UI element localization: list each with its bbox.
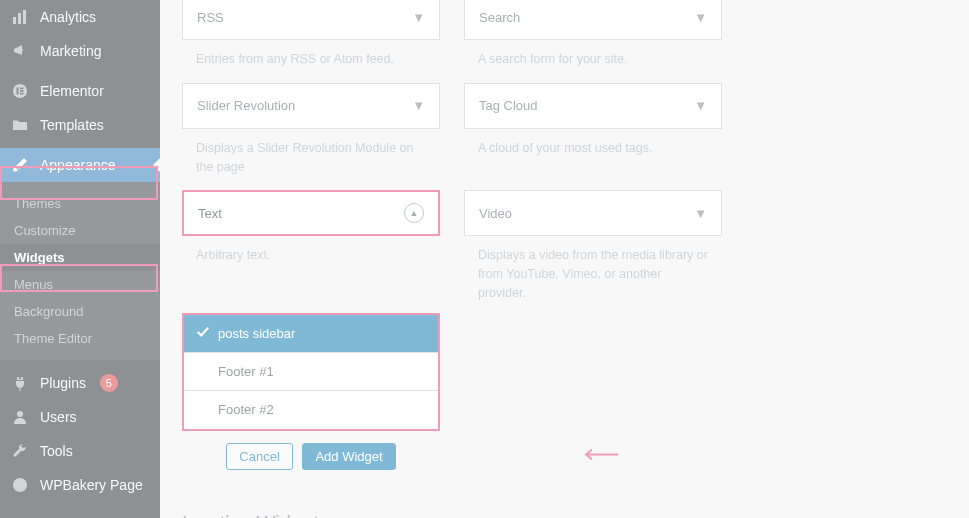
nav-label: Tools bbox=[40, 443, 73, 459]
widget-title: Text bbox=[198, 206, 222, 221]
area-label: Footer #2 bbox=[218, 402, 274, 417]
chevron-down-icon: ▼ bbox=[694, 98, 707, 113]
nav-label: Marketing bbox=[40, 43, 101, 59]
nav-label: Analytics bbox=[40, 9, 96, 25]
svg-rect-7 bbox=[20, 93, 24, 95]
nav-tools[interactable]: Tools bbox=[0, 434, 160, 468]
check-icon bbox=[196, 325, 210, 342]
user-icon bbox=[10, 409, 30, 425]
svg-rect-5 bbox=[20, 88, 24, 90]
svg-rect-0 bbox=[13, 17, 16, 24]
widget-area-list: posts sidebar Footer #1 Footer #2 bbox=[182, 313, 440, 431]
widget-desc: Entries from any RSS or Atom feed. bbox=[182, 40, 440, 83]
svg-rect-6 bbox=[20, 90, 24, 92]
elementor-icon bbox=[10, 83, 30, 99]
submenu-customize[interactable]: Customize bbox=[0, 217, 160, 244]
plug-icon bbox=[10, 375, 30, 391]
appearance-submenu: Themes Customize Widgets Menus Backgroun… bbox=[0, 182, 160, 360]
widget-title: Tag Cloud bbox=[479, 98, 538, 113]
svg-point-9 bbox=[13, 478, 27, 492]
widget-desc: Displays a Slider Revolution Module on t… bbox=[182, 129, 440, 191]
cancel-button[interactable]: Cancel bbox=[226, 443, 292, 470]
area-posts-sidebar[interactable]: posts sidebar bbox=[184, 315, 438, 353]
widget-title: Video bbox=[479, 206, 512, 221]
widget-title: RSS bbox=[197, 10, 224, 25]
wrench-icon bbox=[10, 443, 30, 459]
nav-elementor[interactable]: Elementor bbox=[0, 74, 160, 108]
nav-appearance[interactable]: Appearance bbox=[0, 148, 160, 182]
submenu-themes[interactable]: Themes bbox=[0, 190, 160, 217]
widget-search[interactable]: Search ▼ bbox=[464, 0, 722, 40]
area-label: posts sidebar bbox=[218, 326, 295, 341]
nav-plugins[interactable]: Plugins 5 bbox=[0, 366, 160, 400]
chevron-down-icon: ▼ bbox=[412, 10, 425, 25]
submenu-background[interactable]: Background bbox=[0, 298, 160, 325]
widget-desc: A search form for your site. bbox=[464, 40, 722, 83]
nav-marketing[interactable]: Marketing bbox=[0, 34, 160, 68]
widget-title: Slider Revolution bbox=[197, 98, 295, 113]
chevron-up-icon: ▲ bbox=[404, 203, 424, 223]
widget-video[interactable]: Video ▼ bbox=[464, 190, 722, 236]
nav-templates[interactable]: Templates bbox=[0, 108, 160, 142]
add-widget-button[interactable]: Add Widget bbox=[302, 443, 395, 470]
nav-label: Appearance bbox=[40, 157, 116, 173]
wpbakery-icon bbox=[10, 477, 30, 493]
widget-desc: Displays a video from the media library … bbox=[464, 236, 722, 302]
widget-slider[interactable]: Slider Revolution ▼ bbox=[182, 83, 440, 129]
submenu-widgets[interactable]: Widgets bbox=[0, 244, 160, 271]
brush-icon bbox=[10, 157, 30, 173]
nav-label: WPBakery Page bbox=[40, 477, 143, 493]
arrow-annotation-icon bbox=[582, 448, 618, 465]
nav-users[interactable]: Users bbox=[0, 400, 160, 434]
area-footer-2[interactable]: Footer #2 bbox=[184, 391, 438, 429]
area-label: Footer #1 bbox=[218, 364, 274, 379]
chevron-down-icon: ▼ bbox=[412, 98, 425, 113]
widget-rss[interactable]: RSS ▼ bbox=[182, 0, 440, 40]
nav-label: Plugins bbox=[40, 375, 86, 391]
svg-point-8 bbox=[17, 411, 23, 417]
chevron-down-icon: ▼ bbox=[694, 10, 707, 25]
nav-label: Templates bbox=[40, 117, 104, 133]
widget-actions: Cancel Add Widget bbox=[182, 431, 440, 482]
nav-label: Elementor bbox=[40, 83, 104, 99]
main-content: RSS ▼ Entries from any RSS or Atom feed.… bbox=[160, 0, 969, 512]
plugins-update-badge: 5 bbox=[100, 374, 118, 392]
nav-wpbakery[interactable]: WPBakery Page bbox=[0, 468, 160, 502]
nav-analytics[interactable]: Analytics bbox=[0, 0, 160, 34]
svg-rect-2 bbox=[23, 10, 26, 24]
analytics-icon bbox=[10, 9, 30, 25]
submenu-menus[interactable]: Menus bbox=[0, 271, 160, 298]
widget-desc: A cloud of your most used tags. bbox=[464, 129, 722, 172]
chevron-down-icon: ▼ bbox=[694, 206, 707, 221]
svg-rect-1 bbox=[18, 13, 21, 24]
inactive-title: Inactive Widgets bbox=[182, 512, 947, 519]
widget-text[interactable]: Text ▲ bbox=[182, 190, 440, 236]
widget-desc: Arbitrary text. bbox=[182, 236, 440, 265]
admin-sidebar: Analytics Marketing Elementor Templates … bbox=[0, 0, 160, 518]
folder-icon bbox=[10, 117, 30, 133]
megaphone-icon bbox=[10, 43, 30, 59]
widget-title: Search bbox=[479, 10, 520, 25]
nav-label: Users bbox=[40, 409, 77, 425]
widget-tagcloud[interactable]: Tag Cloud ▼ bbox=[464, 83, 722, 129]
submenu-theme-editor[interactable]: Theme Editor bbox=[0, 325, 160, 352]
svg-rect-4 bbox=[17, 88, 19, 95]
area-footer-1[interactable]: Footer #1 bbox=[184, 353, 438, 391]
inactive-widgets-section: Inactive Widgets Drag widgets here to re… bbox=[182, 482, 947, 519]
